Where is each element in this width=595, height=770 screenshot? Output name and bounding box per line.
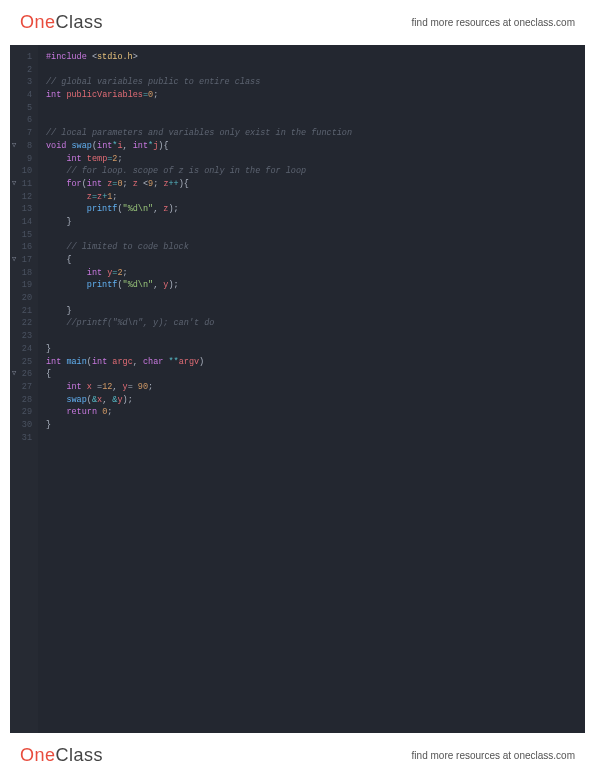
line-number: 19 xyxy=(10,279,38,292)
line-number: 7 xyxy=(10,127,38,140)
header: OneClass find more resources at oneclass… xyxy=(0,0,595,45)
code-editor: 12345678▽91011▽121314151617▽181920212223… xyxy=(10,45,585,733)
code-line: } xyxy=(46,419,585,432)
code-line: int publicVariables=0; xyxy=(46,89,585,102)
line-number: 21 xyxy=(10,305,38,318)
footer: OneClass find more resources at oneclass… xyxy=(0,733,595,770)
logo: OneClass xyxy=(20,12,103,33)
code-line xyxy=(46,330,585,343)
code-line: void swap(int*i, int*j){ xyxy=(46,140,585,153)
fold-marker-icon[interactable]: ▽ xyxy=(12,368,16,379)
code-line: // for loop. scope of z is only in the f… xyxy=(46,165,585,178)
line-number: 10 xyxy=(10,165,38,178)
line-number: 25 xyxy=(10,356,38,369)
line-gutter: 12345678▽91011▽121314151617▽181920212223… xyxy=(10,45,38,733)
code-line: } xyxy=(46,343,585,356)
line-number: 11▽ xyxy=(10,178,38,191)
line-number: 15 xyxy=(10,229,38,242)
code-line xyxy=(46,432,585,445)
fold-marker-icon[interactable]: ▽ xyxy=(12,254,16,265)
code-line: { xyxy=(46,254,585,267)
code-line: } xyxy=(46,305,585,318)
line-number: 22 xyxy=(10,317,38,330)
code-line: return 0; xyxy=(46,406,585,419)
tagline-bottom: find more resources at oneclass.com xyxy=(412,750,575,761)
code-line: printf("%d\n", y); xyxy=(46,279,585,292)
line-number: 13 xyxy=(10,203,38,216)
line-number: 3 xyxy=(10,76,38,89)
line-number: 18 xyxy=(10,267,38,280)
code-line: // limited to code block xyxy=(46,241,585,254)
line-number: 2 xyxy=(10,64,38,77)
line-number: 14 xyxy=(10,216,38,229)
line-number: 31 xyxy=(10,432,38,445)
logo-part2: Class xyxy=(56,12,104,32)
code-line: int y=2; xyxy=(46,267,585,280)
logo-footer: OneClass xyxy=(20,745,103,766)
code-line: for(int z=0; z <9; z++){ xyxy=(46,178,585,191)
logo-footer-part1: One xyxy=(20,745,56,765)
fold-marker-icon[interactable]: ▽ xyxy=(12,140,16,151)
line-number: 27 xyxy=(10,381,38,394)
line-number: 4 xyxy=(10,89,38,102)
line-number: 1 xyxy=(10,51,38,64)
code-line: int main(int argc, char **argv) xyxy=(46,356,585,369)
line-number: 28 xyxy=(10,394,38,407)
code-line: // global variables public to entire cla… xyxy=(46,76,585,89)
code-line: } xyxy=(46,216,585,229)
tagline-top: find more resources at oneclass.com xyxy=(412,17,575,28)
logo-part1: One xyxy=(20,12,56,32)
code-line xyxy=(46,229,585,242)
code-line xyxy=(46,64,585,77)
line-number: 8▽ xyxy=(10,140,38,153)
code-line: // local parameters and variables only e… xyxy=(46,127,585,140)
code-line xyxy=(46,292,585,305)
fold-marker-icon[interactable]: ▽ xyxy=(12,178,16,189)
code-content: #include <stdio.h>// global variables pu… xyxy=(38,45,585,733)
line-number: 20 xyxy=(10,292,38,305)
code-line: int x =12, y= 90; xyxy=(46,381,585,394)
line-number: 17▽ xyxy=(10,254,38,267)
line-number: 5 xyxy=(10,102,38,115)
line-number: 6 xyxy=(10,114,38,127)
code-line: #include <stdio.h> xyxy=(46,51,585,64)
code-line: { xyxy=(46,368,585,381)
code-line xyxy=(46,114,585,127)
line-number: 9 xyxy=(10,153,38,166)
code-line: int temp=2; xyxy=(46,153,585,166)
code-line: //printf("%d\n", y); can't do xyxy=(46,317,585,330)
line-number: 24 xyxy=(10,343,38,356)
line-number: 16 xyxy=(10,241,38,254)
line-number: 26▽ xyxy=(10,368,38,381)
logo-footer-part2: Class xyxy=(56,745,104,765)
line-number: 23 xyxy=(10,330,38,343)
code-line: z=z+1; xyxy=(46,191,585,204)
code-line: printf("%d\n", z); xyxy=(46,203,585,216)
line-number: 30 xyxy=(10,419,38,432)
line-number: 12 xyxy=(10,191,38,204)
code-line xyxy=(46,102,585,115)
line-number: 29 xyxy=(10,406,38,419)
code-line: swap(&x, &y); xyxy=(46,394,585,407)
